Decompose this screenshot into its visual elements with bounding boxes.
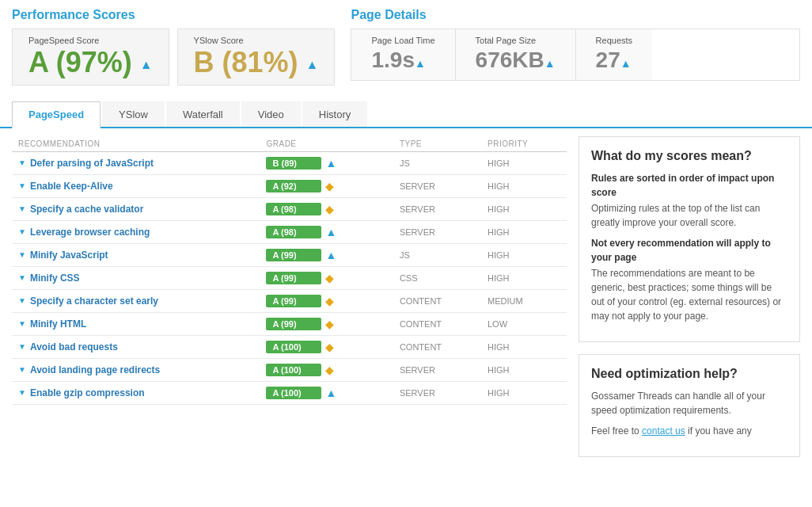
contact-us-link[interactable]: contact us [642,425,685,436]
rec-name[interactable]: ▼ Enable gzip compression [18,387,253,398]
diamond-icon: ◆ [325,203,334,215]
rec-name[interactable]: ▼ Defer parsing of JavaScript [18,158,253,169]
type-text: SERVER [400,388,435,398]
type-cell: CONTENT [393,335,481,358]
table-body: ▼ Defer parsing of JavaScript B (89) ▲ J… [12,151,567,404]
toggle-arrow-icon: ▼ [18,388,26,397]
rec-name-cell: ▼ Specify a cache validator [12,197,260,220]
grade-badge: A (100) [266,364,321,376]
toggle-arrow-icon: ▼ [18,181,26,190]
recommendations-table: RecommendationGradeTypePriority ▼ Defer … [12,136,567,405]
priority-cell: LOW [481,312,567,335]
type-text: CONTENT [400,342,442,352]
grade-badge: B (89) [266,157,321,170]
type-text: CONTENT [400,319,442,329]
diamond-icon: ◆ [325,318,334,330]
toggle-arrow-icon: ▼ [18,158,26,167]
detail-value: 27▲ [596,47,632,74]
grade-badge: A (99) [266,295,321,307]
priority-text: HIGH [488,342,510,352]
priority-cell: HIGH [481,220,567,243]
type-text: CONTENT [400,296,442,306]
col-header-recommendation: Recommendation [12,136,260,152]
grade-cell: A (99) ◆ [260,266,393,289]
type-cell: SERVER [393,381,481,404]
type-text: JS [400,158,410,168]
tab-pagespeed[interactable]: PageSpeed [12,101,101,128]
yslow-label: YSlow Score [194,36,319,45]
grade-badge: A (99) [266,272,321,284]
diamond-icon: ◆ [325,295,334,307]
rec-name[interactable]: ▼ Leverage browser caching [18,227,253,238]
rec-name[interactable]: ▼ Minify JavaScript [18,250,253,261]
arrow-up-icon: ▲ [325,387,336,399]
arrow-up-icon: ▲ [325,249,336,261]
grade-badge: A (100) [266,387,321,399]
priority-cell: HIGH [481,266,567,289]
table-row: ▼ Avoid landing page redirects A (100) ◆… [12,358,567,381]
toggle-arrow-icon: ▼ [18,296,26,305]
grade-cell: A (100) ◆ [260,335,393,358]
rec-name[interactable]: ▼ Specify a character set early [18,295,253,307]
rec-name-cell: ▼ Defer parsing of JavaScript [12,151,260,174]
priority-text: LOW [488,319,507,329]
toggle-arrow-icon: ▼ [18,342,26,351]
rec-name[interactable]: ▼ Specify a cache validator [18,204,253,215]
performance-scores-title: Performance Scores [12,8,335,22]
type-cell: SERVER [393,358,481,381]
table-row: ▼ Defer parsing of JavaScript B (89) ▲ J… [12,151,567,174]
col-header-type: Type [393,136,481,152]
grade-cell: A (92) ◆ [260,174,393,197]
rec-name[interactable]: ▼ Minify CSS [18,273,253,284]
detail-value: 1.9s▲ [371,47,434,74]
rec-name[interactable]: ▼ Avoid landing page redirects [18,364,253,375]
grade-badge: A (99) [266,249,321,261]
rec-name[interactable]: ▼ Minify HTML [18,318,253,330]
grade-cell: A (99) ▲ [260,243,393,266]
priority-text: HIGH [488,204,510,214]
rec-name-cell: ▼ Avoid landing page redirects [12,358,260,381]
type-text: SERVER [400,181,435,191]
tab-yslow[interactable]: YSlow [102,101,165,127]
yslow-arrow: ▲ [306,58,319,71]
scores-meaning-p2: Not every recommendation will apply to y… [591,236,787,323]
grade-cell: A (98) ◆ [260,197,393,220]
scores-box: PageSpeed Score A (97%) ▲ YSlow Score B … [12,29,335,86]
detail-label: Requests [596,36,632,45]
priority-cell: HIGH [481,381,567,404]
priority-cell: HIGH [481,151,567,174]
rec-name[interactable]: ▼ Enable Keep-Alive [18,181,253,192]
type-cell: CSS [393,266,481,289]
tab-history[interactable]: History [302,101,367,127]
rec-name[interactable]: ▼ Avoid bad requests [18,341,253,353]
type-cell: SERVER [393,220,481,243]
tab-waterfall[interactable]: Waterfall [166,101,240,127]
toggle-arrow-icon: ▼ [18,250,26,259]
detail-label: Total Page Size [476,36,556,45]
table-row: ▼ Enable gzip compression A (100) ▲ SERV… [12,381,567,404]
optimization-help-title: Need optimization help? [591,367,787,381]
rec-name-cell: ▼ Leverage browser caching [12,220,260,243]
detail-arrow: ▲ [415,57,426,70]
detail-arrow: ▲ [544,57,556,70]
page-details-section: Page Details Page Load Time 1.9s▲ Total … [351,8,800,86]
yslow-score-card: YSlow Score B (81%) ▲ [177,29,336,86]
priority-text: HIGH [488,227,510,237]
grade-badge: A (98) [266,203,321,215]
tab-video[interactable]: Video [241,101,301,127]
priority-text: HIGH [488,158,510,168]
table-row: ▼ Avoid bad requests A (100) ◆ CONTENTHI… [12,335,567,358]
priority-text: HIGH [488,181,510,191]
rec-name-cell: ▼ Minify HTML [12,312,260,335]
detail-card: Total Page Size 676KB▲ [456,29,576,80]
rec-name-cell: ▼ Minify JavaScript [12,243,260,266]
priority-cell: HIGH [481,335,567,358]
type-text: JS [400,250,410,260]
performance-scores-section: Performance Scores PageSpeed Score A (97… [12,8,335,86]
detail-label: Page Load Time [371,36,434,45]
sidebar-panel: What do my scores mean? Rules are sorted… [579,136,800,469]
arrow-up-icon: ▲ [325,226,336,238]
grade-cell: A (98) ▲ [260,220,393,243]
grade-badge: A (99) [266,318,321,330]
grade-cell: A (99) ◆ [260,289,393,312]
